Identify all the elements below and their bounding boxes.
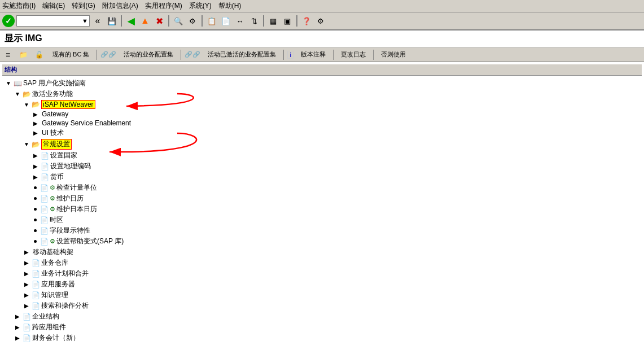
tree-text-search-analysis: 搜索和操作分析	[41, 301, 89, 311]
expand-knowledge[interactable]: ▶	[23, 291, 30, 299]
sec-sep5	[373, 50, 374, 60]
move-button[interactable]: ↔	[234, 15, 246, 27]
doc-icon-enterprise: 📄	[23, 313, 31, 321]
expand-cross-component[interactable]: ▶	[14, 324, 21, 331]
doc-icon-biz-plan: 📄	[32, 270, 40, 278]
tree-row-currency[interactable]: ▶ 📄 货币	[2, 172, 642, 182]
expand-enterprise[interactable]: ▶	[14, 313, 21, 321]
bc-set-button[interactable]: 📁	[17, 49, 29, 61]
tree-text-knowledge: 知识管理	[41, 290, 68, 300]
expand-finance-new[interactable]: ▶	[14, 334, 21, 342]
dot-set-help	[34, 240, 37, 243]
command-field[interactable]: ▼	[16, 15, 90, 27]
expand-gateway-service[interactable]: ▶	[32, 119, 40, 127]
expand-all-button[interactable]: ≡	[2, 49, 14, 60]
tree-row-knowledge[interactable]: ▶ 📄 知识管理	[2, 290, 642, 300]
menu-item-info[interactable]: 附加信息(A)	[102, 1, 138, 11]
menu-item-system[interactable]: 系统(Y)	[189, 1, 212, 11]
nav-back-button[interactable]: ◀	[125, 15, 137, 27]
filter2-button[interactable]: ⚙	[186, 15, 199, 27]
help-button[interactable]: ❓	[300, 15, 313, 27]
existing-bc-btn[interactable]: 现有的 BC 集	[49, 49, 93, 60]
menu-item-utils[interactable]: 实用程序(M)	[145, 1, 182, 11]
tree-row-ui-tech[interactable]: ▶ UI 技术	[2, 128, 642, 138]
tree-row-enterprise-struct[interactable]: ▶ 📄 企业结构	[2, 311, 642, 322]
doc-icon-calendar: 📄	[40, 195, 49, 203]
tree-text-gateway-service: Gateway Service Enablement	[42, 119, 131, 127]
tree-row-sap-guide[interactable]: ▼ 📖 SAP 用户化实施指南	[2, 78, 642, 89]
expand-app-server[interactable]: ▶	[23, 281, 30, 289]
expand-set-geo[interactable]: ▶	[32, 163, 40, 171]
tree: ▼ 📖 SAP 用户化实施指南 ▼ 📂 激活业务功能 ▼ 📂 iSAP Net	[2, 77, 642, 345]
copy-button[interactable]: 📋	[205, 15, 218, 27]
sec-sep1	[97, 50, 97, 60]
version-notes-btn[interactable]: 版本注释	[297, 49, 330, 60]
check-icon-calendar: ⚙	[50, 195, 55, 202]
tree-row-set-help[interactable]: 📄 ⚙ 设置帮助变式(SAP 库)	[2, 236, 642, 247]
tree-row-isap[interactable]: ▼ 📂 iSAP NetWeaver	[2, 99, 642, 110]
expand-search-analysis[interactable]: ▶	[23, 302, 30, 310]
menubar: 实施指南(I) 编辑(E) 转到(G) 附加信息(A) 实用程序(M) 系统(Y…	[0, 0, 644, 12]
expand-gateway[interactable]: ▶	[32, 110, 40, 118]
expand-ui-tech[interactable]: ▶	[32, 129, 40, 137]
tree-row-app-server[interactable]: ▶ 📄 应用服务器	[2, 279, 642, 290]
menu-item-goto[interactable]: 转到(G)	[72, 1, 95, 11]
nav-up-button[interactable]: ▲	[139, 15, 151, 27]
tree-row-cross-component[interactable]: ▶ 📄 跨应用组件	[2, 322, 642, 333]
expand-mobile-infra[interactable]: ▶	[23, 248, 30, 256]
filter-button[interactable]: 🔍	[172, 15, 185, 27]
doc-icon-country: 📄	[41, 152, 49, 160]
view1-button[interactable]: ▦	[267, 15, 279, 27]
expand-activate-func[interactable]: ▼	[14, 90, 21, 98]
active-bc-btn[interactable]: 活动的业务配置集	[120, 49, 177, 60]
tree-row-gateway-service[interactable]: ▶ Gateway Service Enablement	[2, 119, 642, 128]
sort-button[interactable]: ⇅	[248, 15, 260, 27]
toolbar: ✓ ▼ « 💾 ◀ ▲ ✖ 🔍 ⚙ 📋 📄 ↔ ⇅ ▦ ▣ ❓ ⚙	[0, 12, 644, 30]
tree-row-general-settings[interactable]: ▼ 📂 常规设置	[2, 138, 642, 150]
tree-row-mobile-infra[interactable]: ▶ 移动基础构架	[2, 247, 642, 257]
tree-row-field-display[interactable]: 📄 字段显示特性	[2, 225, 642, 236]
expand-biz-plan[interactable]: ▶	[23, 270, 30, 278]
tree-row-gateway[interactable]: ▶ Gateway	[2, 110, 642, 119]
tree-row-search-analysis[interactable]: ▶ 📄 搜索和操作分析	[2, 300, 642, 311]
expand-sap-guide[interactable]: ▼	[5, 80, 12, 88]
tree-row-finance-new[interactable]: ▶ 📄 财务会计（新）	[2, 333, 642, 343]
settings-button[interactable]: ⚙	[314, 15, 327, 27]
sec-sep2	[181, 50, 181, 60]
tree-row-biz-plan[interactable]: ▶ 📄 业务计划和合并	[2, 268, 642, 279]
activated-bc-btn[interactable]: 活动已激活的业务配置集	[204, 49, 280, 60]
tree-row-maintain-calendar[interactable]: 📄 ⚙ 维护日历	[2, 193, 642, 204]
change-log-btn[interactable]: 更改日志	[337, 49, 370, 60]
nav-cancel-button[interactable]: ✖	[153, 15, 165, 27]
tree-text-biz-plan: 业务计划和合并	[41, 269, 89, 278]
tree-text-isap: iSAP NetWeaver	[41, 100, 95, 109]
expand-set-country[interactable]: ▶	[32, 152, 40, 160]
back-begin-button[interactable]: «	[91, 15, 104, 27]
confirm-button[interactable]: ✓	[2, 15, 15, 27]
view2-button[interactable]: ▣	[281, 15, 293, 27]
tree-row-set-country[interactable]: ▶ 📄 设置国家	[2, 150, 642, 161]
paste-button[interactable]: 📄	[220, 15, 232, 27]
tree-text-sap-guide: SAP 用户化实施指南	[23, 78, 86, 88]
tree-row-timezone[interactable]: 📄 时区	[2, 215, 642, 225]
tree-row-activate-func[interactable]: ▼ 📂 激活业务功能	[2, 89, 642, 99]
sec-sep3	[283, 50, 284, 60]
save-button[interactable]: 💾	[106, 15, 118, 27]
otherwise-btn[interactable]: 否则使用	[377, 49, 410, 60]
expand-currency[interactable]: ▶	[32, 173, 40, 181]
tree-text-enterprise-struct: 企业结构	[32, 312, 59, 321]
menu-item-help[interactable]: 帮助(H)	[218, 1, 242, 11]
bc-unlock-button[interactable]: 🔓	[33, 49, 45, 61]
expand-isap[interactable]: ▼	[23, 101, 30, 108]
doc-icon-search: 📄	[32, 302, 40, 310]
menu-item-edit[interactable]: 编辑(E)	[42, 1, 65, 11]
tree-text-set-geo: 设置地理编码	[50, 161, 91, 171]
tree-row-biz-warehouse[interactable]: ▶ 📄 业务仓库	[2, 257, 642, 268]
menu-item-implement[interactable]: 实施指南(I)	[2, 1, 36, 11]
tree-row-maintain-japanese[interactable]: 📄 ⚙ 维护日本日历	[2, 204, 642, 215]
tree-text-cross-component: 跨应用组件	[32, 322, 66, 332]
expand-general-settings[interactable]: ▼	[23, 141, 30, 149]
expand-biz-warehouse[interactable]: ▶	[23, 259, 30, 267]
tree-row-set-geo[interactable]: ▶ 📄 设置地理编码	[2, 161, 642, 172]
tree-row-check-unit[interactable]: 📄 ⚙ 检查计量单位	[2, 182, 642, 193]
